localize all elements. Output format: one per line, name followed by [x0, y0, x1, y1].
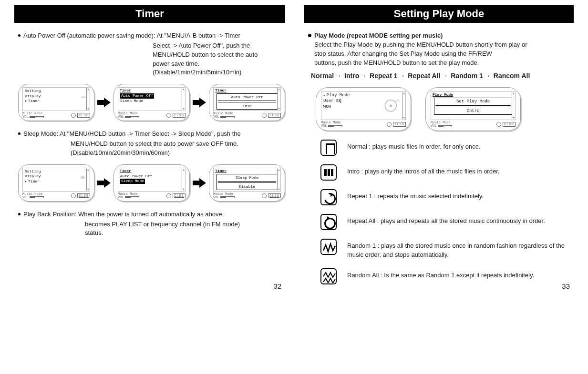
volume-bar-icon	[125, 116, 139, 118]
volume-bar-icon	[30, 196, 44, 198]
screens-row-1: SettingDisplayTimer⌨Music ModeVOLCLSS Ti…	[18, 84, 285, 121]
screen-footer: Music ModeVOLCLSS	[213, 112, 281, 119]
repeat-icon	[262, 113, 267, 118]
sleep-mode-l2: MENU/HOLD button to select the auto powe…	[71, 140, 285, 149]
scrollbar-icon	[277, 88, 280, 110]
screen-outer: TimerSleep ModeDisableMusic ModeVOLCLSS	[209, 164, 285, 202]
mode-row: Repeat 1 : repeats the music selected in…	[320, 189, 574, 205]
screen-inner: TimerAuto Power OffSleep Mode	[118, 87, 186, 111]
screens-row-2: SettingDisplayTimer⌨Music ModeVOLCLSS Ti…	[18, 164, 285, 202]
repeat-icon	[262, 193, 267, 198]
sleep-mode-l3: (Disable/10min/20min/30min/60min)	[71, 149, 285, 158]
slider-label: Auto Power Off	[218, 95, 276, 99]
svg-text:♪♫: ♪♫	[395, 99, 400, 103]
scrollbar-icon	[86, 88, 89, 110]
repeat-icon	[387, 122, 392, 127]
bullet-auto-power-off: Auto Power Off (automatic power saving m…	[18, 31, 285, 40]
clss-label: CLSS	[77, 193, 90, 198]
vol-label: VOL	[118, 196, 124, 199]
display-icon: ⌨	[81, 174, 85, 182]
volume-bar-icon	[328, 125, 342, 127]
screen-title: Timer	[118, 168, 185, 173]
page-number-right: 33	[562, 282, 570, 290]
bullet-play-back: Play Back Position: When the power is tu…	[18, 210, 285, 219]
scrollbar-icon	[182, 169, 185, 191]
slider-label: Sleep Mode	[218, 175, 276, 180]
cd-music-icon: ♪♫	[383, 97, 400, 113]
repeat-1-icon	[320, 189, 337, 205]
sleep-mode-text: Sleep Mode: At "MENU/HOLD button -> Time…	[23, 130, 285, 139]
repeat-icon	[71, 113, 76, 118]
vol-label: VOL	[321, 124, 327, 128]
page-left: Timer Auto Power Off (automatic power sa…	[14, 5, 285, 293]
mode-description: Intro : plays only the intros of all the…	[347, 164, 499, 176]
play-mode-l1: Select the Play Mode by pushing the MENU…	[314, 40, 574, 50]
title-timer: Timer	[14, 5, 285, 23]
slider-label: Set Play Mode	[435, 99, 511, 104]
volume-bar-icon	[220, 196, 235, 198]
vol-label: VOL	[213, 196, 219, 199]
arrow-right-icon	[193, 179, 206, 187]
mode-row: Repeat All : plays and repeats all the s…	[320, 214, 574, 230]
slider-track-icon	[218, 101, 276, 102]
screen-footer: Music ModeVOLCLSS	[321, 121, 406, 128]
display-icon: ⌨	[81, 93, 85, 101]
slider-box: Auto Power Off1Min	[217, 93, 278, 110]
play-mode-l3: buttons, push the MENU/HOLD button to se…	[314, 59, 574, 68]
mode-list: Normal : plays music files in order, for…	[320, 140, 574, 284]
screens-row-right: Play ModeUser EQWOW♪♫Music ModeVOLCLSS P…	[316, 87, 574, 131]
bullet-dot-icon	[18, 34, 21, 37]
screen-title: Timer	[214, 168, 280, 173]
clss-label: CLSS	[503, 122, 516, 127]
screen-outer: TimerAuto Power OffSleep ModeMusic ModeV…	[113, 164, 190, 202]
repeat-icon	[71, 193, 76, 198]
clss-label: CLSS	[77, 113, 90, 118]
screen-outer: TimerAuto Power OffSleep ModeMusic ModeV…	[113, 84, 190, 121]
scrollbar-icon	[182, 88, 185, 110]
auto-power-off-text: Auto Power Off (automatic power saving m…	[23, 31, 285, 40]
volume-bar-icon	[220, 116, 235, 118]
auto-power-off-l3: MENU/HOLD button to select the auto	[153, 51, 285, 60]
screen-inner: SettingDisplayTimer⌨	[22, 168, 90, 192]
mode-description: Random All : Is the same as Random 1 exc…	[347, 268, 534, 280]
menu-item: Display	[25, 174, 88, 179]
vol-label: VOL	[213, 115, 219, 119]
menu-item: Timer	[25, 179, 88, 184]
screen-1b: TimerAuto Power OffSleep ModeMusic ModeV…	[113, 84, 190, 121]
screen-inner: Play ModeUser EQWOW♪♫	[321, 91, 406, 120]
slider-value: Intro	[435, 109, 511, 113]
svg-point-1	[390, 105, 392, 107]
slider-value: Disable	[218, 184, 276, 189]
screen-1a: SettingDisplayTimer⌨Music ModeVOLCLSS	[18, 84, 94, 121]
mode-row: Intro : plays only the intros of all the…	[320, 164, 574, 181]
screen-outer: Play ModeSet Play ModeIntroMusic ModeVOL…	[425, 87, 521, 131]
bullet-dot-icon	[308, 34, 311, 37]
arrow-right-icon	[97, 179, 111, 187]
title-play-mode: Setting Play Mode	[304, 5, 574, 23]
menu-item: Setting	[25, 169, 88, 174]
screen-inner: TimerSleep ModeDisable	[213, 168, 281, 192]
mode-description: Random 1 : plays all the stored music on…	[347, 239, 574, 260]
volume-bar-icon	[30, 116, 44, 118]
screen-outer: SettingDisplayTimer⌨Music ModeVOLCLSS	[18, 164, 94, 202]
clss-label: CLSS	[393, 122, 406, 127]
scrollbar-icon	[512, 92, 515, 119]
mode-description: Normal : plays music files in order, for…	[347, 140, 481, 152]
auto-power-off-l5: (Disable/1min/2min/5min/10min)	[153, 68, 285, 77]
vol-label: VOL	[431, 124, 437, 128]
repeat-all-icon	[320, 214, 337, 230]
page-right: Setting Play Mode Play Mode (repeat MODE…	[304, 5, 574, 293]
clss-label: CLSS	[268, 113, 281, 118]
random-1-icon	[320, 239, 337, 255]
screen-footer: Music ModeVOLCLSS	[118, 112, 186, 119]
bullet-dot-icon	[18, 132, 21, 135]
arrow-right-icon	[193, 98, 206, 107]
slider-track-icon	[435, 105, 511, 107]
volume-bar-icon	[438, 125, 452, 127]
auto-power-off-l2: Select -> Auto Power Off", push the	[153, 41, 285, 51]
screen-right-a: Play ModeUser EQWOW♪♫Music ModeVOLCLSS	[316, 87, 411, 131]
screen-inner: TimerAuto Power OffSleep Mode	[118, 168, 186, 192]
vol-label: VOL	[22, 196, 29, 199]
normal-icon	[320, 140, 337, 156]
clss-label: CLSS	[268, 193, 281, 198]
